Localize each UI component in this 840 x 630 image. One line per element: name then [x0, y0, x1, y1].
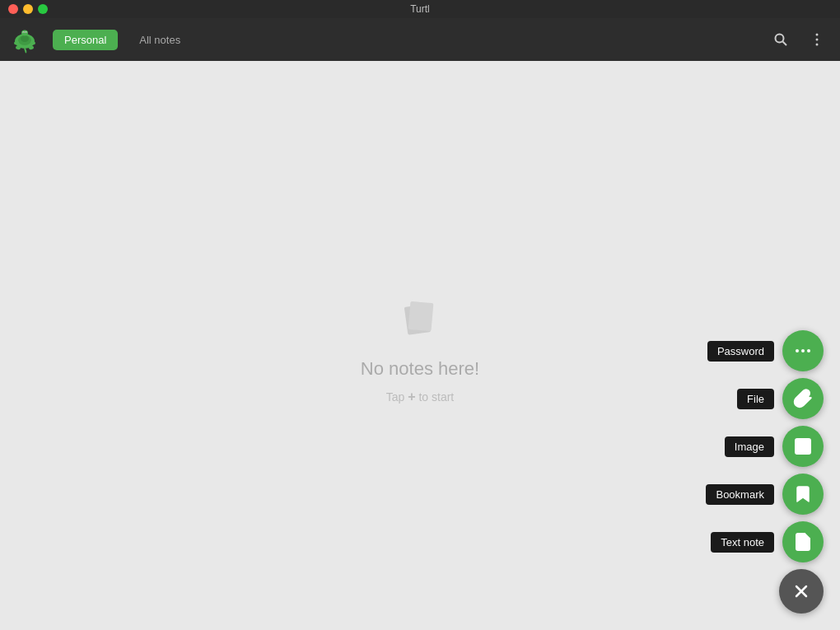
search-button[interactable]: [768, 26, 794, 53]
title-bar: Turtl: [0, 0, 840, 18]
app-title: Turtl: [410, 3, 430, 15]
fab-row-password: Password: [707, 330, 824, 371]
paperclip-icon: [793, 389, 813, 408]
fab-row-text-note: Text note: [711, 521, 824, 562]
maximize-button[interactable]: [38, 4, 48, 14]
empty-state: No notes here! Tap + to start: [361, 287, 479, 404]
close-fab-button[interactable]: [779, 569, 824, 614]
svg-point-3: [21, 30, 28, 36]
password-label: Password: [707, 341, 774, 362]
text-note-fab-button[interactable]: [782, 521, 824, 562]
more-options-button[interactable]: [804, 26, 830, 53]
subtitle-prefix: Tap: [386, 390, 408, 404]
fab-row-image: Image: [725, 426, 824, 467]
bookmark-icon: [793, 484, 813, 504]
svg-point-23: [799, 442, 801, 445]
svg-point-6: [23, 32, 24, 33]
fab-row-main: [779, 569, 824, 614]
subtitle-plus: +: [408, 390, 415, 404]
svg-point-14: [816, 34, 819, 36]
svg-rect-18: [408, 301, 434, 330]
main-content: No notes here! Tap + to start Password F…: [0, 61, 840, 630]
password-fab-button[interactable]: [782, 330, 824, 371]
file-label: File: [737, 389, 774, 409]
image-label: Image: [725, 436, 774, 457]
text-note-label: Text note: [711, 532, 774, 553]
empty-state-icon: [391, 287, 449, 348]
svg-point-15: [816, 39, 819, 41]
all-notes-tab[interactable]: All notes: [128, 30, 192, 50]
file-fab-button[interactable]: [782, 378, 824, 419]
svg-point-21: [807, 349, 810, 352]
fab-row-file: File: [737, 378, 824, 419]
close-icon: [791, 581, 811, 601]
empty-title: No notes here!: [361, 358, 479, 380]
bookmark-label: Bookmark: [706, 484, 774, 505]
fab-row-bookmark: Bookmark: [706, 474, 824, 515]
ellipsis-vertical-icon: [810, 32, 824, 47]
svg-point-16: [816, 44, 819, 46]
search-icon: [773, 32, 788, 47]
subtitle-suffix: to start: [416, 390, 455, 404]
svg-point-7: [26, 32, 26, 33]
image-fab-button[interactable]: [782, 426, 824, 467]
dots-icon: [793, 341, 813, 361]
traffic-lights: [8, 4, 48, 14]
image-icon: [793, 436, 813, 456]
document-icon: [793, 532, 813, 552]
close-button[interactable]: [8, 4, 18, 14]
app-logo: [10, 25, 40, 54]
minimize-button[interactable]: [23, 4, 33, 14]
svg-point-12: [776, 35, 784, 43]
bookmark-fab-button[interactable]: [782, 474, 824, 515]
empty-subtitle: Tap + to start: [386, 390, 455, 404]
fab-area: Password File Image: [706, 330, 824, 614]
svg-point-2: [21, 35, 29, 42]
toolbar: Personal All notes: [0, 18, 840, 61]
svg-point-20: [801, 349, 805, 352]
personal-tab[interactable]: Personal: [53, 30, 118, 50]
svg-point-19: [796, 349, 799, 352]
svg-line-13: [783, 42, 787, 46]
